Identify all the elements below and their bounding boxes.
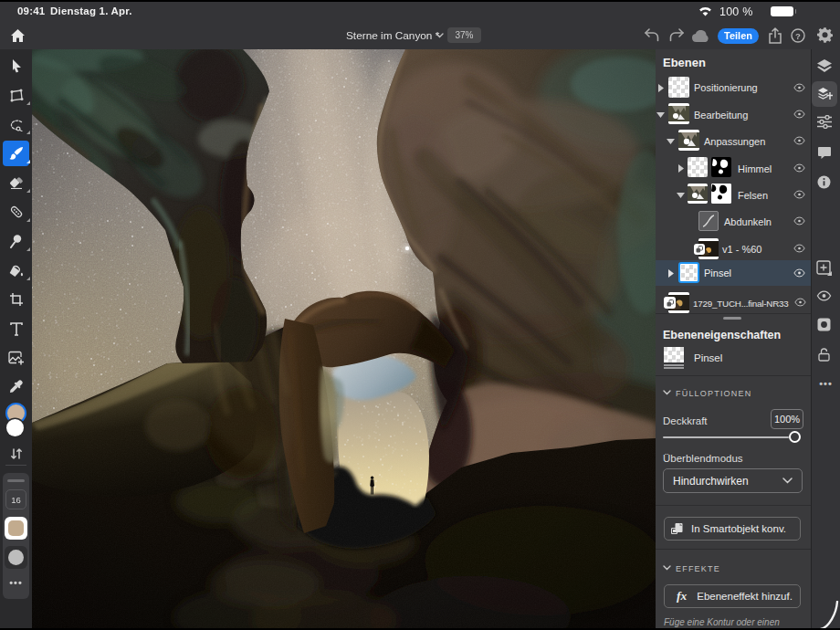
svg-text:?: ?	[795, 31, 801, 41]
